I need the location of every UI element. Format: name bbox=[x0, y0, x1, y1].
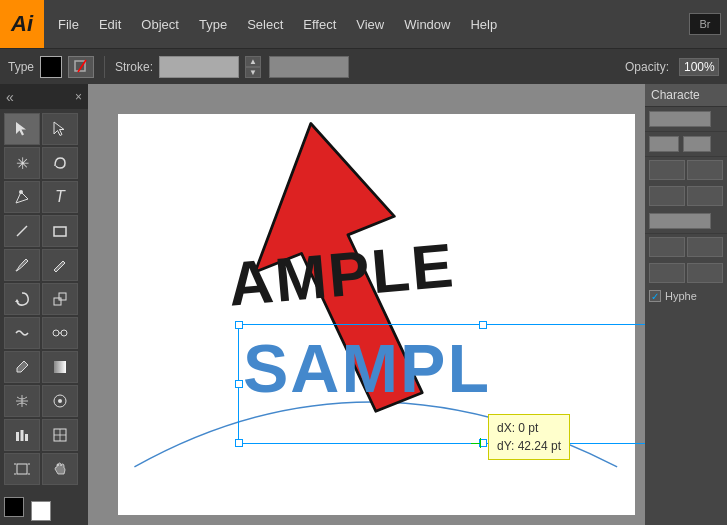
menu-type[interactable]: Type bbox=[189, 0, 237, 48]
stroke-style-box[interactable] bbox=[269, 56, 349, 78]
hyphenation-label: Hyphe bbox=[665, 290, 697, 302]
artboard-tool[interactable] bbox=[4, 453, 40, 485]
svg-point-8 bbox=[53, 330, 59, 336]
tools-grid: ✳ T bbox=[0, 109, 88, 489]
more-align-row bbox=[645, 234, 727, 260]
stroke-label: Stroke: bbox=[115, 60, 153, 74]
tool-row-11 bbox=[4, 453, 84, 485]
svg-rect-11 bbox=[54, 361, 66, 373]
indent-btn[interactable] bbox=[649, 237, 685, 257]
tool-type-label: Type bbox=[8, 60, 34, 74]
eyedropper-tool[interactable] bbox=[4, 351, 40, 383]
svg-rect-14 bbox=[16, 432, 19, 441]
tool-row-10 bbox=[4, 419, 84, 451]
magic-wand-tool[interactable]: ✳ bbox=[4, 147, 40, 179]
blend-tool[interactable] bbox=[42, 317, 78, 349]
collapse-icon[interactable]: « bbox=[6, 89, 14, 105]
leading-display[interactable] bbox=[683, 136, 711, 152]
tracking-control bbox=[645, 209, 727, 234]
gradient-tool[interactable] bbox=[42, 351, 78, 383]
hand-tool[interactable] bbox=[42, 453, 78, 485]
tooltip-dy: dY: 42.24 pt bbox=[497, 437, 561, 455]
fill-mode-btn[interactable] bbox=[68, 56, 94, 78]
hyphenation-checkbox[interactable]: ✓ bbox=[649, 290, 661, 302]
scale-tool[interactable] bbox=[42, 283, 78, 315]
svg-point-13 bbox=[58, 399, 62, 403]
superscript-btn[interactable] bbox=[649, 263, 685, 283]
menu-edit[interactable]: Edit bbox=[89, 0, 131, 48]
align-right-btn[interactable] bbox=[649, 186, 685, 206]
align-buttons-row bbox=[645, 157, 727, 183]
menu-bar: Ai File Edit Object Type Select Effect V… bbox=[0, 0, 727, 48]
line-tool[interactable] bbox=[4, 215, 40, 247]
tool-row-3: T bbox=[4, 181, 84, 213]
stroke-down-btn[interactable]: ▼ bbox=[245, 67, 261, 78]
align-center-btn[interactable] bbox=[687, 160, 723, 180]
menu-window[interactable]: Window bbox=[394, 0, 460, 48]
svg-rect-15 bbox=[21, 430, 24, 441]
tool-row-9 bbox=[4, 385, 84, 417]
background-color[interactable] bbox=[31, 501, 51, 521]
paintbrush-tool[interactable] bbox=[4, 249, 40, 281]
opacity-value[interactable]: 100% bbox=[679, 58, 719, 76]
opacity-label: Opacity: bbox=[625, 60, 669, 74]
align-left-btn[interactable] bbox=[649, 160, 685, 180]
blue-sample-text: SAMPL bbox=[243, 329, 491, 407]
font-size-display[interactable] bbox=[649, 136, 679, 152]
direct-select-tool[interactable] bbox=[42, 113, 78, 145]
menu-object[interactable]: Object bbox=[131, 0, 189, 48]
subscript-btn[interactable] bbox=[687, 263, 723, 283]
tool-row-7 bbox=[4, 317, 84, 349]
symbol-tool[interactable] bbox=[42, 385, 78, 417]
pencil-tool[interactable] bbox=[42, 249, 78, 281]
transform-tooltip: dX: 0 pt dY: 42.24 pt bbox=[488, 414, 570, 460]
svg-rect-7 bbox=[59, 293, 66, 300]
menu-items: File Edit Object Type Select Effect View… bbox=[44, 0, 689, 48]
hyphenation-row: ✓ Hyphe bbox=[645, 286, 727, 306]
toolbox-top: « × bbox=[0, 84, 88, 109]
tool-row-8 bbox=[4, 351, 84, 383]
tracking-display[interactable] bbox=[649, 213, 711, 229]
slice-tool[interactable] bbox=[42, 419, 78, 451]
bridge-badge[interactable]: Br bbox=[689, 13, 721, 35]
svg-rect-16 bbox=[25, 434, 28, 441]
arrow-tool[interactable] bbox=[4, 113, 40, 145]
rect-tool[interactable] bbox=[42, 215, 78, 247]
ai-logo: Ai bbox=[0, 0, 44, 48]
stroke-up-btn[interactable]: ▲ bbox=[245, 56, 261, 67]
menu-view[interactable]: View bbox=[346, 0, 394, 48]
lasso-tool[interactable] bbox=[42, 147, 78, 179]
type-tool[interactable]: T bbox=[42, 181, 78, 213]
justify-btn[interactable] bbox=[687, 186, 723, 206]
toolbox: « × ✳ bbox=[0, 84, 88, 525]
menu-select[interactable]: Select bbox=[237, 0, 293, 48]
font-size-control bbox=[645, 132, 727, 157]
tool-row-1 bbox=[4, 113, 84, 145]
tooltip-dx: dX: 0 pt bbox=[497, 419, 561, 437]
rotate-tool[interactable] bbox=[4, 283, 40, 315]
menu-file[interactable]: File bbox=[48, 0, 89, 48]
stroke-arrows: ▲ ▼ bbox=[245, 56, 261, 78]
outdent-btn[interactable] bbox=[687, 237, 723, 257]
main-area: « × ✳ bbox=[0, 84, 727, 525]
mesh-tool[interactable] bbox=[4, 385, 40, 417]
font-family-control bbox=[645, 107, 727, 132]
more-options-row bbox=[645, 260, 727, 286]
warp-tool[interactable] bbox=[4, 317, 40, 349]
cross-vertical bbox=[480, 438, 481, 448]
toolbox-close-icon[interactable]: × bbox=[75, 90, 82, 104]
pen-tool[interactable] bbox=[4, 181, 40, 213]
svg-point-2 bbox=[19, 190, 23, 194]
foreground-color[interactable] bbox=[4, 497, 24, 517]
svg-rect-6 bbox=[54, 298, 61, 305]
separator-1 bbox=[104, 56, 105, 78]
menu-help[interactable]: Help bbox=[460, 0, 507, 48]
font-family-display[interactable] bbox=[649, 111, 711, 127]
svg-line-3 bbox=[17, 226, 27, 236]
character-panel-title: Characte bbox=[645, 84, 727, 107]
svg-point-9 bbox=[61, 330, 67, 336]
fill-color-swatch[interactable] bbox=[40, 56, 62, 78]
menu-effect[interactable]: Effect bbox=[293, 0, 346, 48]
graph-tool[interactable] bbox=[4, 419, 40, 451]
stroke-color-box[interactable] bbox=[159, 56, 239, 78]
